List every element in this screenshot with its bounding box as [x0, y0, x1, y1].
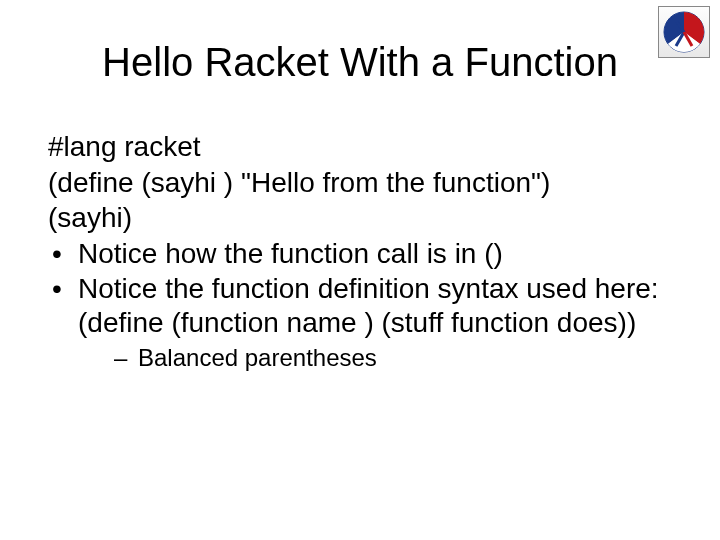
- bullet-item: Notice the function definition syntax us…: [48, 272, 672, 372]
- slide-body: #lang racket (define (sayhi ) "Hello fro…: [48, 130, 672, 374]
- bullet-item: Notice how the function call is in (): [48, 237, 672, 271]
- sub-bullet-text: Balanced parentheses: [138, 344, 377, 371]
- bullet-text: Notice how the function call is in (): [78, 238, 503, 269]
- code-line-3: (sayhi): [48, 201, 672, 235]
- slide-title: Hello Racket With a Function: [0, 40, 720, 85]
- sub-bullet-item: Balanced parentheses: [114, 344, 672, 373]
- bullet-list: Notice how the function call is in () No…: [48, 237, 672, 373]
- code-line-1: #lang racket: [48, 130, 672, 164]
- sub-bullet-list: Balanced parentheses: [78, 344, 672, 373]
- slide: Hello Racket With a Function #lang racke…: [0, 0, 720, 540]
- bullet-text: Notice the function definition syntax us…: [78, 273, 659, 338]
- code-line-2: (define (sayhi ) "Hello from the functio…: [48, 166, 672, 200]
